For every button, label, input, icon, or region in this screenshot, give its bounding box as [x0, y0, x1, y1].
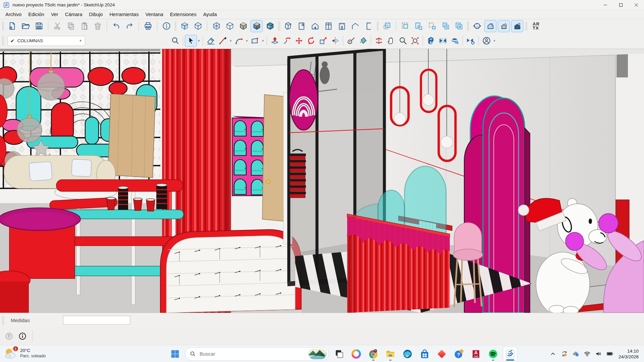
volume-tray-button[interactable] [594, 349, 604, 359]
arc-tool-button[interactable] [233, 35, 245, 47]
sketchup-taskbar-button[interactable] [503, 347, 517, 361]
tape-measure-tool-button[interactable] [345, 35, 357, 47]
measurement-input[interactable] [63, 316, 130, 324]
toolbar-drag-handle[interactable] [525, 21, 527, 31]
taskbar-clock[interactable]: 14:10 24/3/2026 [619, 348, 639, 360]
share-model-button[interactable] [449, 35, 461, 47]
battery-tray-button[interactable] [605, 349, 615, 359]
account-dropdown[interactable]: ▼ [492, 35, 496, 47]
rectangle-tool-dropdown[interactable]: ▼ [261, 35, 265, 47]
monochrome-style-button[interactable] [264, 20, 276, 32]
file-explorer-button[interactable] [383, 347, 397, 361]
toolbar-drag-handle[interactable] [2, 36, 4, 46]
claim-status-button[interactable] [18, 332, 27, 341]
orbit-tool-button[interactable] [373, 35, 385, 47]
back-edges-style-button[interactable] [192, 20, 204, 32]
zoom-extents-button[interactable] [409, 35, 421, 47]
minimize-button[interactable] [598, 0, 613, 10]
paste-button[interactable] [78, 20, 90, 32]
sync-tray-button[interactable] [559, 349, 570, 359]
xray-style-button[interactable] [178, 20, 191, 32]
menu-ayuda[interactable]: Ayuda [200, 11, 220, 18]
swap-component-button[interactable] [426, 20, 438, 32]
hidden-line-style-button[interactable] [224, 20, 236, 32]
microsoft-store-button[interactable] [417, 347, 432, 361]
copy-button[interactable] [65, 20, 77, 32]
menu-camara[interactable]: Cámara [62, 11, 86, 18]
cut-button[interactable] [51, 20, 63, 32]
walk-button[interactable] [511, 20, 523, 32]
scale-tool-button[interactable] [317, 35, 329, 47]
ar-tx-extension-button[interactable]: AR TX [533, 22, 540, 30]
select-tool-dropdown[interactable]: ▼ [197, 35, 201, 47]
extension-warehouse-button[interactable] [437, 35, 449, 47]
menu-ventana[interactable]: Ventana [142, 11, 166, 18]
pan-tool-button[interactable] [385, 35, 397, 47]
eraser-tool-button[interactable] [205, 35, 217, 47]
north-compass-button[interactable]: CA-B [471, 20, 483, 32]
iso-view-button[interactable] [282, 20, 294, 32]
push-pull-tool-button[interactable] [269, 35, 281, 47]
paint-bucket-tool-button[interactable] [357, 35, 369, 47]
open-button[interactable] [19, 20, 32, 32]
back-view-button[interactable] [336, 20, 348, 32]
search-sketchup-button[interactable] [169, 35, 181, 47]
3d-viewport[interactable] [0, 49, 644, 313]
maximize-button[interactable] [613, 0, 629, 10]
menu-extensiones[interactable]: Extensiones [167, 11, 200, 18]
autocad-button[interactable]: A CAD [469, 347, 483, 361]
menu-ver[interactable]: Ver [48, 11, 62, 18]
delete-button[interactable] [92, 20, 104, 32]
new-document-button[interactable] [6, 20, 18, 32]
hidden-icons-button[interactable] [548, 349, 558, 359]
account-button[interactable] [480, 35, 492, 47]
geolocation-button[interactable] [5, 332, 13, 341]
move-tool-button[interactable] [293, 35, 305, 47]
statusbar-drag-handle[interactable] [2, 315, 4, 325]
toolbar-drag-handle[interactable] [467, 21, 469, 31]
toolbar-drag-handle[interactable] [377, 21, 379, 31]
left-view-button[interactable] [349, 20, 361, 32]
flip-tool-button[interactable] [329, 35, 341, 47]
menu-archivo[interactable]: Archivo [2, 11, 25, 18]
front-view-button[interactable] [309, 20, 321, 32]
wireframe-style-button[interactable] [210, 20, 222, 32]
weather-widget[interactable]: 1 20°C Parc. soleado [3, 346, 46, 360]
help-app-button[interactable]: ? [451, 347, 466, 361]
task-view-button[interactable] [332, 347, 346, 361]
line-tool-dropdown[interactable]: ▼ [229, 35, 233, 47]
bottom-view-button[interactable] [363, 20, 375, 32]
zoom-tool-button[interactable] [397, 35, 409, 47]
select-instances-button[interactable] [381, 20, 393, 32]
right-view-button[interactable] [322, 20, 334, 32]
toolbar-drag-handle[interactable] [174, 21, 176, 31]
spotify-button[interactable] [486, 347, 500, 361]
position-camera-button[interactable] [484, 20, 496, 32]
extension-manager-button[interactable] [465, 35, 477, 47]
search-highlight-image[interactable] [308, 349, 327, 359]
model-info-button[interactable] [160, 20, 172, 32]
rectangle-tool-button[interactable] [249, 35, 261, 47]
3d-warehouse-button[interactable] [425, 35, 437, 47]
line-tool-button[interactable] [217, 35, 229, 47]
select-similar-button[interactable] [399, 20, 411, 32]
start-button[interactable] [168, 347, 182, 361]
diamond-app-button[interactable] [434, 347, 449, 361]
follow-me-tool-button[interactable] [281, 35, 293, 47]
select-tool-button[interactable] [185, 35, 197, 47]
menu-dibujo[interactable]: Dibujo [86, 11, 106, 18]
search-input[interactable] [199, 351, 308, 357]
taskbar-search[interactable] [185, 347, 329, 361]
print-button[interactable] [142, 20, 154, 32]
edge-button[interactable] [400, 347, 415, 361]
toolbar-drag-handle[interactable] [2, 21, 4, 31]
shaded-with-textures-style-button[interactable] [251, 20, 263, 32]
undo-button[interactable] [110, 20, 122, 32]
arc-tool-dropdown[interactable]: ▼ [245, 35, 249, 47]
chrome-button[interactable] [366, 347, 380, 361]
top-view-button[interactable] [296, 20, 308, 32]
rotate-tool-button[interactable] [305, 35, 317, 47]
redo-button[interactable] [123, 20, 136, 32]
save-button[interactable] [33, 20, 45, 32]
menu-herramientas[interactable]: Herramientas [106, 11, 142, 18]
